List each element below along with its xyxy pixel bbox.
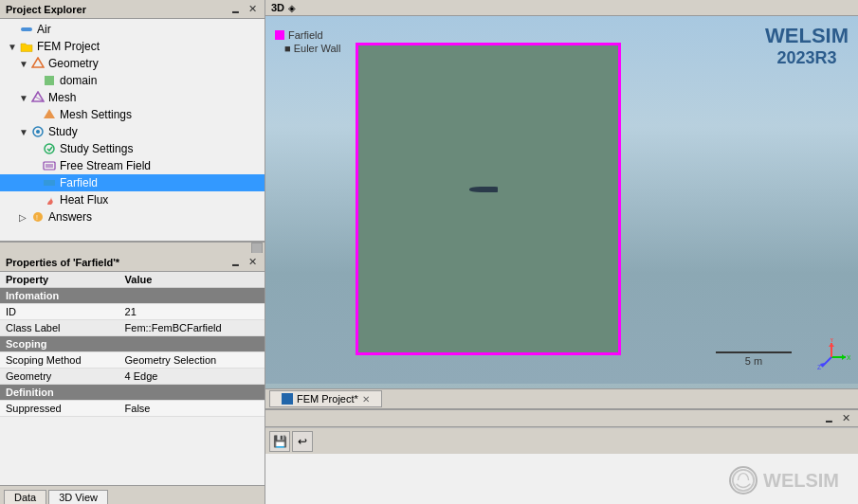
section-scoping-label: Scoping <box>0 336 265 352</box>
tree-item-air[interactable]: Air <box>0 21 265 38</box>
tree-item-farfield[interactable]: Farfield <box>0 174 265 191</box>
svg-text:Z: Z <box>817 364 822 370</box>
welsim-year: 2023R3 <box>765 48 849 68</box>
study-icon <box>30 124 46 139</box>
svg-point-9 <box>36 130 40 134</box>
reset-btn[interactable]: ↩ <box>292 431 313 452</box>
prop-class-label: Class Label <box>0 320 119 336</box>
viewport-container[interactable]: 3D ◈ Farfield ■ Euler Wall <box>265 0 858 388</box>
prop-scoping-method-label: Scoping Method <box>0 352 119 369</box>
svg-rect-13 <box>44 180 55 186</box>
axes-indicator: X Y Z <box>812 338 850 376</box>
tree-item-study[interactable]: ▼ Study <box>0 123 265 140</box>
prop-geometry-label: Geometry <box>0 369 119 385</box>
tree-label-study: Study <box>48 125 78 138</box>
bottom-pin-btn[interactable]: 🗕 <box>822 413 836 424</box>
geometry-icon <box>30 56 46 71</box>
project-tree: Air ▼ FEM Project ▼ <box>0 19 265 241</box>
tree-label-domain: domain <box>60 74 97 87</box>
properties-panel: Properties of 'Farfield'* 🗕 ✕ Property V… <box>0 253 265 485</box>
mesh-icon <box>30 90 46 105</box>
prop-id-value: 21 <box>119 304 265 320</box>
domain-icon <box>42 73 57 88</box>
prop-row-geometry: Geometry 4 Edge <box>0 369 265 385</box>
tree-label-fem-project: FEM Project <box>37 40 100 53</box>
scale-line <box>716 351 792 353</box>
welsim-logo-text: WELSIM <box>765 24 849 48</box>
tree-label-study-settings: Study Settings <box>60 142 133 155</box>
bottom-content-area: 🗕 ✕ 💾 ↩ WELSIM <box>265 409 858 504</box>
properties-table: Property Value Infomation ID 21 <box>0 272 265 485</box>
scale-bar: 5 m <box>716 351 792 367</box>
project-explorer-close-btn[interactable]: ✕ <box>246 3 259 15</box>
answers-icon: ! <box>30 209 46 225</box>
svg-rect-3 <box>45 76 54 85</box>
air-icon <box>19 22 34 37</box>
svg-text:Y: Y <box>830 338 834 343</box>
tree-item-study-settings[interactable]: Study Settings <box>0 140 265 157</box>
tab-icon <box>282 393 293 405</box>
viewport-3d[interactable]: Farfield ■ Euler Wall 5 m WEL <box>265 16 858 384</box>
svg-marker-7 <box>44 109 55 118</box>
3dview-tab[interactable]: 3D View <box>48 490 108 504</box>
svg-marker-4 <box>32 92 44 101</box>
section-info-label: Infomation <box>0 288 265 304</box>
tab-close-icon[interactable]: ✕ <box>362 394 370 405</box>
tree-item-mesh[interactable]: ▼ Mesh <box>0 89 265 106</box>
folder-icon <box>19 39 34 54</box>
svg-text:X: X <box>847 354 850 361</box>
mesh-settings-icon <box>42 107 57 122</box>
value-col-header: Value <box>119 272 265 288</box>
tree-label-heat-flux: Heat Flux <box>60 193 108 207</box>
svg-text:!: ! <box>36 214 38 221</box>
fem-project-tab[interactable]: FEM Project* ✕ <box>269 390 382 407</box>
toggle-mesh: ▼ <box>19 93 30 103</box>
svg-point-10 <box>45 144 54 153</box>
tree-item-free-stream[interactable]: Free Stream Field <box>0 157 265 174</box>
tree-item-fem-project[interactable]: ▼ FEM Project <box>0 38 265 55</box>
tree-label-air: Air <box>37 23 51 36</box>
tree-item-heat-flux[interactable]: Heat Flux <box>0 191 265 208</box>
tree-label-geometry: Geometry <box>48 57 99 70</box>
svg-marker-17 <box>842 354 846 360</box>
prop-suppressed-value: False <box>119 401 265 417</box>
data-tab[interactable]: Data <box>4 490 46 504</box>
tree-item-answers[interactable]: ▷ ! Answers <box>0 208 265 225</box>
scale-text: 5 m <box>745 355 762 367</box>
toggle-fem-project: ▼ <box>8 42 19 52</box>
prop-class-value: Fem::FemBCFarfield <box>119 320 265 336</box>
tree-label-free-stream: Free Stream Field <box>60 159 151 172</box>
svg-rect-12 <box>46 164 53 168</box>
free-stream-icon <box>42 158 57 173</box>
viewport-header: 3D ◈ <box>265 0 858 16</box>
project-explorer-pin-btn[interactable]: 🗕 <box>228 3 243 15</box>
bottom-close-btn[interactable]: ✕ <box>840 412 852 424</box>
bottom-content-header: 🗕 ✕ <box>265 410 858 427</box>
heat-flux-icon <box>42 192 57 207</box>
properties-pin-btn[interactable]: 🗕 <box>228 256 243 268</box>
farfield-text: Farfield <box>288 29 323 41</box>
euler-wall-text: ■ Euler Wall <box>284 43 340 54</box>
prop-row-scoping-method: Scoping Method Geometry Selection <box>0 352 265 369</box>
tree-item-geometry[interactable]: ▼ Geometry <box>0 55 265 72</box>
welsim-watermark: WELSIM <box>729 466 839 495</box>
project-explorer-header: Project Explorer 🗕 ✕ <box>0 0 265 19</box>
prop-row-class-label: Class Label Fem::FemBCFarfield <box>0 320 265 336</box>
section-information: Infomation <box>0 288 265 304</box>
property-col-header: Property <box>0 272 119 288</box>
tree-label-mesh: Mesh <box>48 91 76 104</box>
geometry-rectangle <box>356 43 621 355</box>
prop-scoping-method-value: Geometry Selection <box>119 352 265 369</box>
svg-point-14 <box>33 212 43 222</box>
left-bottom-tabs: Data 3D View <box>0 485 265 504</box>
tree-item-domain[interactable]: domain <box>0 72 265 89</box>
save-btn[interactable]: 💾 <box>269 431 290 452</box>
bottom-toolbar: 💾 ↩ <box>265 427 858 454</box>
welsim-logo: WELSIM 2023R3 <box>765 24 849 68</box>
prop-row-suppressed: Suppressed False <box>0 401 265 417</box>
farfield-icon <box>42 175 57 190</box>
svg-line-20 <box>822 357 831 367</box>
viewport-icon: ◈ <box>288 3 296 13</box>
tree-item-mesh-settings[interactable]: Mesh Settings <box>0 106 265 123</box>
properties-close-btn[interactable]: ✕ <box>246 256 259 268</box>
